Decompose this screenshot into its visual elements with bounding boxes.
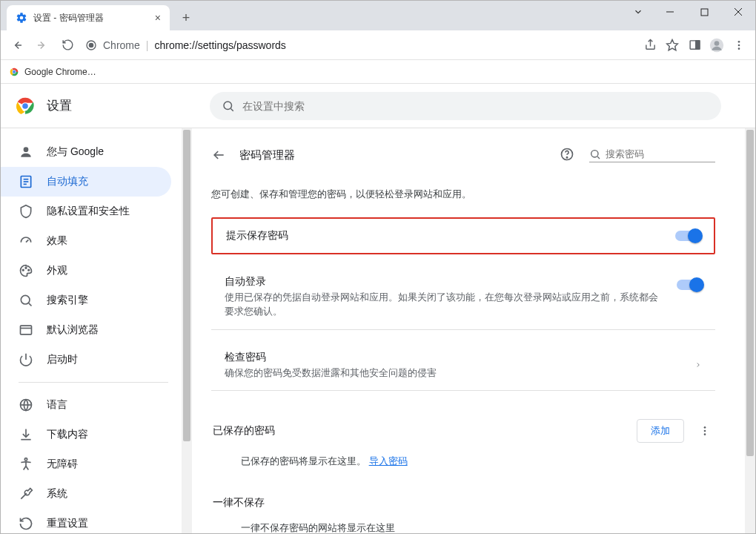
import-passwords-link[interactable]: 导入密码	[369, 455, 408, 467]
svg-line-49	[597, 156, 600, 159]
password-search-input[interactable]	[606, 148, 694, 159]
help-icon[interactable]	[560, 147, 576, 163]
check-passwords-row[interactable]: 检查密码 确保您的密码免受数据泄露和其他安全问题的侵害	[211, 340, 715, 392]
tab-title: 设置 - 密码管理器	[33, 12, 104, 24]
never-save-empty: 一律不保存密码的网站将显示在这里	[211, 510, 715, 533]
sidebar-item-you-and-google[interactable]: 您与 Google	[1, 137, 171, 167]
svg-point-32	[22, 269, 24, 271]
sidebar-item-on-startup[interactable]: 启动时	[1, 345, 171, 375]
side-panel-icon[interactable]	[684, 35, 705, 56]
more-actions-icon[interactable]	[699, 425, 714, 437]
bookmark-item[interactable]: Google Chrome…	[8, 66, 96, 78]
bookmarks-bar: Google Chrome…	[1, 60, 755, 84]
shield-icon	[19, 204, 33, 219]
reload-button[interactable]	[57, 35, 78, 56]
auto-signin-row: 自动登录 使用已保存的凭据自动登录网站和应用。如果关闭了该功能，在您每次登录网站…	[211, 265, 715, 330]
sidebar-item-label: 无障碍	[47, 458, 78, 471]
svg-point-14	[714, 41, 720, 46]
svg-line-36	[29, 303, 32, 306]
sidebar-scrollbar[interactable]	[182, 128, 192, 533]
saved-passwords-title: 已保存的密码	[213, 424, 275, 438]
window-maximize-button[interactable]	[687, 1, 721, 23]
sidebar-item-label: 默认浏览器	[47, 323, 99, 337]
sidebar-item-appearance[interactable]: 外观	[1, 256, 171, 286]
svg-point-7	[89, 43, 93, 47]
password-manager-panel: 密码管理器 您可创建、保存和管理您的密码，以便轻松登录网站和应用。	[196, 128, 730, 533]
svg-point-15	[738, 41, 740, 43]
saved-passwords-empty: 已保存的密码将显示在这里。 导入密码	[211, 443, 715, 483]
svg-point-35	[21, 295, 30, 304]
sidebar-item-search-engine[interactable]: 搜索引擎	[1, 286, 171, 315]
sidebar-item-downloads[interactable]: 下载内容	[1, 420, 171, 449]
new-tab-button[interactable]: +	[176, 7, 196, 28]
sidebar-item-privacy[interactable]: 隐私设置和安全性	[1, 197, 171, 226]
svg-point-24	[224, 102, 232, 110]
svg-rect-37	[21, 326, 32, 334]
sidebar-item-label: 启动时	[47, 353, 78, 366]
sidebar-item-performance[interactable]: 效果	[1, 226, 171, 256]
add-password-button[interactable]: 添加	[637, 419, 684, 443]
panel-description: 您可创建、保存和管理您的密码，以便轻松登录网站和应用。	[211, 173, 715, 217]
sidebar-item-reset[interactable]: 重置设置	[1, 509, 171, 533]
svg-marker-9	[667, 39, 678, 50]
svg-point-26	[24, 147, 29, 152]
window-minimize-button[interactable]	[653, 1, 687, 23]
address-separator: |	[146, 39, 149, 51]
offer-save-label: 提示保存密码	[226, 229, 665, 243]
svg-point-52	[704, 434, 706, 436]
scrollbar-thumb[interactable]	[183, 130, 190, 441]
tab-search-chevron-icon[interactable]	[623, 1, 653, 23]
sidebar-item-accessibility[interactable]: 无障碍	[1, 449, 171, 479]
svg-point-34	[28, 269, 30, 271]
share-icon[interactable]	[640, 35, 660, 56]
menu-kebab-icon[interactable]	[729, 35, 749, 56]
sidebar-item-label: 搜索引擎	[47, 294, 88, 307]
auto-signin-title: 自动登录	[225, 275, 666, 289]
settings-search[interactable]	[210, 92, 721, 120]
sidebar-item-label: 自动填充	[47, 175, 88, 188]
accessibility-icon	[19, 457, 33, 472]
search-icon	[222, 99, 235, 113]
address-bar[interactable]: Chrome | chrome://settings/passwords	[82, 34, 635, 56]
back-arrow-icon[interactable]	[211, 148, 226, 162]
sidebar-item-label: 系统	[47, 487, 67, 501]
sidebar-item-autofill[interactable]: 自动填充	[1, 167, 171, 197]
password-search[interactable]	[589, 148, 715, 162]
browser-tab[interactable]: 设置 - 密码管理器 ×	[7, 5, 170, 30]
power-icon	[19, 352, 33, 367]
forward-button[interactable]	[32, 35, 53, 56]
offer-save-toggle[interactable]	[675, 231, 700, 241]
sidebar-item-label: 外观	[47, 264, 67, 277]
svg-line-31	[26, 240, 28, 242]
svg-line-25	[231, 108, 233, 111]
sidebar-item-default-browser[interactable]: 默认浏览器	[1, 315, 171, 345]
restore-icon	[19, 516, 33, 531]
sidebar-item-languages[interactable]: 语言	[1, 390, 171, 420]
panel-title: 密码管理器	[239, 148, 295, 162]
wrench-icon	[19, 487, 33, 501]
content-scrollbar[interactable]	[745, 128, 755, 533]
person-icon	[19, 145, 33, 159]
globe-icon	[19, 398, 33, 412]
tab-strip: 设置 - 密码管理器 × +	[1, 1, 755, 30]
bookmark-star-icon[interactable]	[662, 35, 683, 56]
settings-sidebar: 您与 Google 自动填充 隐私设置和安全性 效果	[1, 128, 182, 533]
sidebar-item-label: 隐私设置和安全性	[47, 205, 130, 218]
back-button[interactable]	[7, 35, 27, 56]
browser-toolbar: Chrome | chrome://settings/passwords	[1, 30, 755, 60]
window-close-button[interactable]	[721, 1, 755, 23]
sidebar-item-label: 效果	[47, 234, 67, 248]
check-passwords-sub: 确保您的密码免受数据泄露和其他安全问题的侵害	[225, 366, 684, 380]
profile-avatar-icon[interactable]	[706, 35, 727, 56]
sidebar-item-system[interactable]: 系统	[1, 479, 171, 509]
scrollbar-thumb[interactable]	[746, 130, 754, 456]
never-save-title: 一律不保存	[211, 483, 715, 510]
settings-search-input[interactable]	[242, 100, 709, 112]
browser-window-icon	[19, 323, 33, 337]
sidebar-divider	[19, 382, 168, 383]
close-tab-icon[interactable]: ×	[155, 12, 161, 24]
bookmark-label: Google Chrome…	[24, 67, 96, 77]
address-path: chrome://settings/passwords	[154, 39, 285, 51]
auto-signin-toggle[interactable]	[677, 280, 702, 290]
svg-point-47	[566, 157, 567, 158]
